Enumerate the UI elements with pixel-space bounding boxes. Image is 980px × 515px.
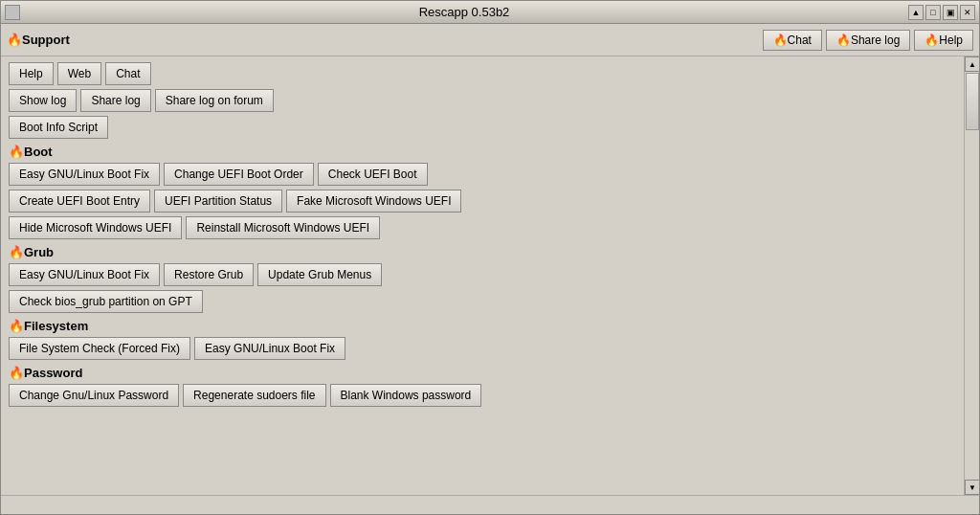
uefi-partition-status-button[interactable]: UEFI Partition Status: [154, 190, 282, 213]
chat-toolbar-button[interactable]: 🔥Chat: [763, 30, 822, 51]
check-uefi-boot-button[interactable]: Check UEFI Boot: [318, 163, 428, 186]
restore-grub-button[interactable]: Restore Grub: [164, 263, 254, 286]
filesystem-row1: File System Check (Forced Fix) Easy GNU/…: [9, 337, 956, 360]
support-row2: Show log Share log Share log on forum: [9, 89, 956, 112]
support-label: 🔥Support: [7, 33, 70, 47]
create-uefi-boot-entry-button[interactable]: Create UEFI Boot Entry: [9, 190, 150, 213]
sharelogforum-button[interactable]: Share log on forum: [155, 89, 274, 112]
help-toolbar-button[interactable]: 🔥Help: [914, 30, 973, 51]
reinstall-ms-windows-uefi-button[interactable]: Reinstall Microsoft Windows UEFI: [186, 216, 380, 239]
chat-button[interactable]: Chat: [105, 62, 150, 85]
minimize-button[interactable]: ▲: [908, 5, 924, 20]
fs-easy-gnu-boot-fix-button[interactable]: Easy GNU/Linux Boot Fix: [194, 337, 345, 360]
titlebar: Rescapp 0.53b2 ▲ □ ▣ ✕: [1, 1, 979, 24]
help-button[interactable]: Help: [9, 62, 54, 85]
status-bar: [1, 495, 979, 514]
main-window: Rescapp 0.53b2 ▲ □ ▣ ✕ 🔥Support 🔥Chat 🔥S…: [0, 0, 980, 515]
change-uefi-boot-order-button[interactable]: Change UEFI Boot Order: [164, 163, 314, 186]
support-row3: Boot Info Script: [9, 116, 956, 139]
maximize-button[interactable]: ▣: [943, 5, 958, 20]
scroll-up-button[interactable]: ▲: [965, 56, 979, 72]
grub-row1: Easy GNU/Linux Boot Fix Restore Grub Upd…: [9, 263, 956, 286]
content-area: Help Web Chat Show log Share log Share l…: [1, 56, 964, 495]
regenerate-sudoers-button[interactable]: Regenerate sudoers file: [183, 384, 325, 407]
grub-row2: Check bios_grub partition on GPT: [9, 290, 956, 313]
bootinfoscript-button[interactable]: Boot Info Script: [9, 116, 108, 139]
grub-section-label: 🔥Grub: [9, 245, 956, 259]
main-body: Help Web Chat Show log Share log Share l…: [1, 56, 979, 495]
restore-button[interactable]: □: [925, 5, 941, 20]
hide-ms-windows-uefi-button[interactable]: Hide Microsoft Windows UEFI: [9, 216, 182, 239]
boot-row1: Easy GNU/Linux Boot Fix Change UEFI Boot…: [9, 163, 956, 186]
fake-ms-windows-uefi-button[interactable]: Fake Microsoft Windows UEFI: [286, 190, 461, 213]
boot-section-label: 🔥Boot: [9, 145, 956, 159]
boot-row3: Hide Microsoft Windows UEFI Reinstall Mi…: [9, 216, 956, 239]
check-bios-grub-button[interactable]: Check bios_grub partition on GPT: [9, 290, 203, 313]
close-button[interactable]: ✕: [960, 5, 975, 20]
file-system-check-button[interactable]: File System Check (Forced Fix): [9, 337, 190, 360]
app-icon: [5, 5, 20, 20]
showlog-button[interactable]: Show log: [9, 89, 77, 112]
change-gnu-linux-password-button[interactable]: Change Gnu/Linux Password: [9, 384, 179, 407]
password-row1: Change Gnu/Linux Password Regenerate sud…: [9, 384, 956, 407]
scrollbar[interactable]: ▲ ▼: [964, 56, 979, 495]
easy-gnu-boot-fix-button[interactable]: Easy GNU/Linux Boot Fix: [9, 163, 160, 186]
grub-easy-gnu-boot-fix-button[interactable]: Easy GNU/Linux Boot Fix: [9, 263, 160, 286]
main-toolbar: 🔥Support 🔥Chat 🔥Share log 🔥Help: [1, 24, 979, 56]
update-grub-menus-button[interactable]: Update Grub Menus: [257, 263, 382, 286]
sharelog-toolbar-button[interactable]: 🔥Share log: [826, 30, 910, 51]
window-title: Rescapp 0.53b2: [20, 5, 908, 19]
scroll-track: [965, 72, 979, 480]
filesystem-section-label: 🔥Filesystem: [9, 319, 956, 333]
web-button[interactable]: Web: [57, 62, 101, 85]
blank-windows-password-button[interactable]: Blank Windows password: [330, 384, 482, 407]
titlebar-controls: ▲ □ ▣ ✕: [908, 5, 975, 20]
scroll-thumb[interactable]: [966, 73, 979, 130]
sharelog-button[interactable]: Share log: [80, 89, 150, 112]
password-section-label: 🔥Password: [9, 366, 956, 380]
scroll-down-button[interactable]: ▼: [965, 480, 979, 495]
support-row1: Help Web Chat: [9, 62, 956, 85]
boot-row2: Create UEFI Boot Entry UEFI Partition St…: [9, 190, 956, 213]
